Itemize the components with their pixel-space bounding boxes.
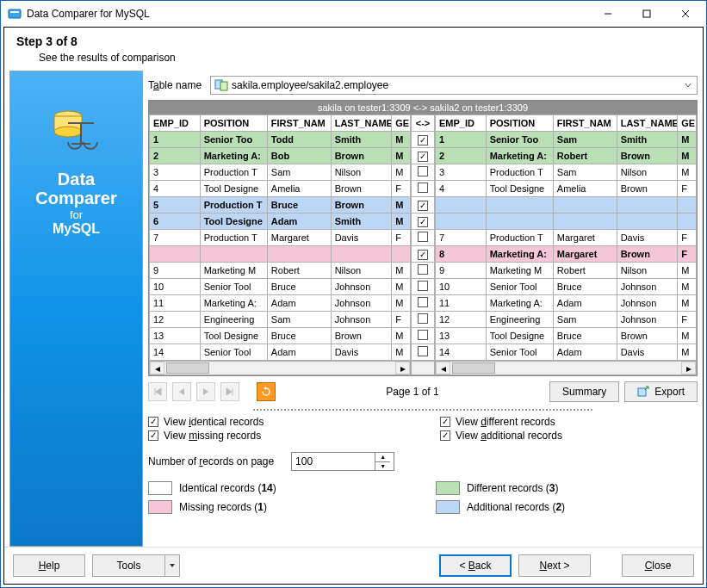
row-include-checkbox[interactable]: ✓: [418, 250, 428, 260]
pager-prev-button[interactable]: [172, 382, 191, 401]
row-include-checkbox[interactable]: [418, 264, 428, 275]
table-row[interactable]: 13Tool DesigneBruceBrownM: [436, 328, 697, 344]
col-position[interactable]: POSITION: [486, 115, 553, 132]
help-button[interactable]: Help: [13, 554, 85, 577]
compare-checkbox-cell[interactable]: [412, 181, 435, 197]
table-row[interactable]: 10Senior ToolBruceJohnsonM: [436, 279, 697, 295]
compare-checkbox-cell[interactable]: ✓: [412, 214, 435, 230]
right-grid[interactable]: EMP_ID POSITION FIRST_NAM LAST_NAME GE 1…: [435, 115, 697, 375]
row-include-checkbox[interactable]: ✓: [418, 201, 428, 211]
table-row[interactable]: 7Production TMargaretDavisF: [436, 230, 697, 246]
left-hscroll[interactable]: ◂ ▸: [149, 361, 411, 375]
table-row[interactable]: 5Production TBruceBrownM: [150, 197, 411, 214]
col-last-name[interactable]: LAST_NAME: [331, 115, 392, 132]
pager-last-button[interactable]: [220, 382, 239, 401]
table-row[interactable]: 11Marketing A:AdamJohnsonM: [150, 295, 411, 312]
right-hscroll[interactable]: ◂ ▸: [435, 361, 697, 375]
table-row[interactable]: [436, 197, 697, 214]
tools-button[interactable]: Tools: [92, 554, 164, 577]
compare-checkbox-cell[interactable]: [412, 328, 435, 344]
chevron-down-icon[interactable]: [681, 78, 695, 92]
table-row[interactable]: 7Production TMargaretDavisF: [150, 230, 411, 246]
export-button[interactable]: Export: [624, 381, 698, 402]
col-first-name[interactable]: FIRST_NAM: [553, 115, 617, 132]
row-include-checkbox[interactable]: [418, 281, 428, 291]
view-different-checkbox[interactable]: ✓: [440, 417, 450, 427]
next-button[interactable]: Next >: [518, 554, 591, 577]
table-row[interactable]: 12EngineeringSamJohnsonF: [436, 312, 697, 328]
row-include-checkbox[interactable]: [418, 330, 428, 340]
row-include-checkbox[interactable]: ✓: [418, 152, 428, 162]
spinner-up-button[interactable]: ▲: [375, 453, 390, 462]
table-row[interactable]: 9Marketing MRobertNilsonM: [436, 263, 697, 279]
table-row[interactable]: 3Production TSamNilsonM: [436, 164, 697, 181]
compare-checkbox-cell[interactable]: ✓: [412, 148, 435, 164]
table-row[interactable]: 1Senior TooToddSmithM: [150, 132, 411, 148]
view-missing-checkbox[interactable]: ✓: [148, 430, 158, 441]
scroll-right-icon[interactable]: ▸: [681, 362, 696, 374]
row-include-checkbox[interactable]: [418, 297, 428, 307]
scroll-left-icon[interactable]: ◂: [436, 362, 450, 374]
row-include-checkbox[interactable]: [418, 232, 428, 242]
col-first-name[interactable]: FIRST_NAM: [267, 115, 331, 132]
window-close-button[interactable]: [666, 2, 704, 26]
view-identical-checkbox[interactable]: ✓: [148, 417, 158, 427]
table-row[interactable]: 6Tool DesigneAdamSmithM: [150, 214, 411, 230]
close-button[interactable]: Close: [622, 554, 694, 577]
col-gender[interactable]: GE: [678, 115, 697, 132]
col-emp-id[interactable]: EMP_ID: [436, 115, 487, 132]
table-row[interactable]: [436, 214, 697, 230]
compare-checkbox-cell[interactable]: [412, 344, 435, 361]
row-include-checkbox[interactable]: ✓: [418, 217, 428, 227]
spinner-down-button[interactable]: ▼: [375, 462, 390, 471]
row-include-checkbox[interactable]: [418, 183, 428, 193]
row-include-checkbox[interactable]: ✓: [418, 135, 428, 145]
tools-dropdown-button[interactable]: [164, 554, 180, 577]
table-row[interactable]: 12EngineeringSamJohnsonF: [150, 312, 411, 328]
scroll-right-icon[interactable]: ▸: [395, 362, 410, 374]
table-row[interactable]: [150, 246, 411, 263]
summary-button[interactable]: Summary: [549, 381, 619, 402]
pager-refresh-button[interactable]: [257, 382, 276, 401]
compare-checkbox-cell[interactable]: [412, 312, 435, 328]
table-row[interactable]: 13Tool DesigneBruceBrownM: [150, 328, 411, 344]
row-include-checkbox[interactable]: [418, 166, 428, 176]
pager-next-button[interactable]: [196, 382, 215, 401]
records-per-page-spinner[interactable]: ▲ ▼: [291, 452, 394, 471]
table-row[interactable]: 11Marketing A:AdamJohnsonM: [436, 295, 697, 312]
compare-checkbox-cell[interactable]: ✓: [412, 197, 435, 214]
table-row[interactable]: 10Senior ToolBruceJohnsonM: [150, 279, 411, 295]
col-emp-id[interactable]: EMP_ID: [150, 115, 201, 132]
table-name-combo[interactable]: sakila.employee/sakila2.employee: [210, 76, 698, 95]
table-row[interactable]: 4Tool DesigneAmeliaBrownF: [150, 181, 411, 197]
compare-checkbox-cell[interactable]: [412, 279, 435, 295]
table-row[interactable]: 14Senior ToolAdamDavisM: [150, 344, 411, 361]
view-additional-checkbox[interactable]: ✓: [440, 430, 450, 441]
records-per-page-input[interactable]: [292, 453, 375, 470]
compare-checkbox-cell[interactable]: [412, 295, 435, 312]
row-include-checkbox[interactable]: [418, 313, 428, 324]
pager-first-button[interactable]: [148, 382, 167, 401]
col-position[interactable]: POSITION: [200, 115, 267, 132]
table-row[interactable]: 8Marketing A:MargaretBrownF: [436, 246, 697, 263]
table-row[interactable]: 3Production TSamNilsonM: [150, 164, 411, 181]
table-row[interactable]: 2Marketing A:RobertBrownM: [436, 148, 697, 164]
scroll-left-icon[interactable]: ◂: [150, 362, 164, 374]
compare-checkbox-cell[interactable]: [412, 164, 435, 181]
compare-checkbox-cell[interactable]: [412, 230, 435, 246]
compare-checkbox-cell[interactable]: [412, 263, 435, 279]
compare-checkbox-cell[interactable]: ✓: [412, 246, 435, 263]
compare-checkbox-cell[interactable]: ✓: [412, 132, 435, 148]
table-row[interactable]: 1Senior TooSamSmithM: [436, 132, 697, 148]
row-include-checkbox[interactable]: [418, 346, 428, 356]
table-row[interactable]: 4Tool DesigneAmeliaBrownF: [436, 181, 697, 197]
window-minimize-button[interactable]: [588, 2, 627, 26]
back-button[interactable]: < Back: [439, 554, 512, 577]
table-row[interactable]: 14Senior ToolAdamDavisM: [436, 344, 697, 361]
window-maximize-button[interactable]: [627, 2, 666, 26]
table-row[interactable]: 2Marketing A:BobBrownM: [150, 148, 411, 164]
col-last-name[interactable]: LAST_NAME: [617, 115, 678, 132]
col-compare-toggle[interactable]: <->: [412, 115, 435, 132]
col-gender[interactable]: GEND: [392, 115, 411, 132]
left-grid[interactable]: EMP_ID POSITION FIRST_NAM LAST_NAME GEND…: [149, 115, 411, 375]
